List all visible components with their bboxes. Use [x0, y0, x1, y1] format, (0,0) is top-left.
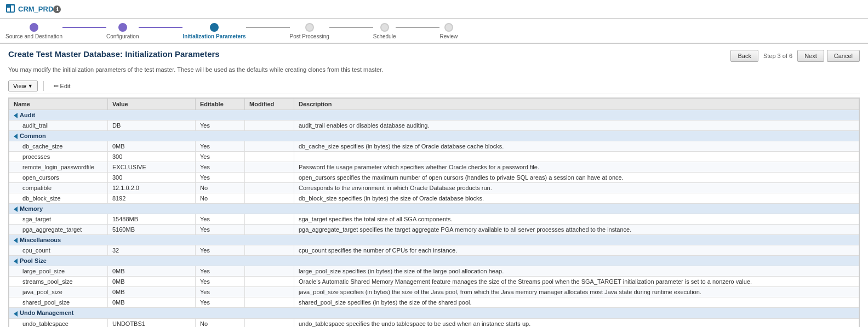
wizard-step-config[interactable]: Configuration [106, 23, 139, 39]
table-group-row: Undo Management [9, 308, 859, 318]
param-editable: Yes [196, 266, 245, 277]
table-group-row: Common [9, 131, 859, 141]
expand-icon [14, 134, 18, 139]
svg-rect-1 [7, 8, 10, 12]
param-description [294, 152, 859, 162]
table-group-row: Pool Size [9, 256, 859, 266]
param-description: Password file usage parameter which spec… [294, 162, 859, 173]
table-row[interactable]: pga_aggregate_target 5160MB Yes pga_aggr… [9, 225, 859, 235]
wizard-steps: Source and Destination Configuration Ini… [5, 23, 863, 39]
param-modified [245, 297, 294, 308]
params-table: Name Value Editable Modified Description… [9, 98, 859, 327]
wizard-step-init[interactable]: Initialization Parameters [182, 23, 245, 39]
table-row[interactable]: open_cursors 300 Yes open_cursors specif… [9, 173, 859, 183]
table-row[interactable]: db_block_size 8192 No db_block_size spec… [9, 193, 859, 204]
param-description: shared_pool_size specifies (in bytes) th… [294, 297, 859, 308]
param-name: streams_pool_size [9, 277, 108, 287]
step-label-5: Schedule [373, 33, 396, 39]
param-name: open_cursors [9, 173, 108, 183]
param-name: large_pool_size [9, 266, 108, 277]
param-value: 15488MB [108, 214, 196, 225]
expand-icon [14, 238, 18, 243]
edit-label: Edit [60, 83, 71, 89]
group-name: Memory [9, 204, 859, 214]
back-button[interactable]: Back [730, 50, 758, 62]
table-row[interactable]: java_pool_size 0MB Yes java_pool_size sp… [9, 287, 859, 297]
info-icon[interactable]: ℹ [53, 5, 61, 13]
param-name: cpu_count [9, 245, 108, 256]
table-row[interactable]: remote_login_passwordfile EXCLUSIVE Yes … [9, 162, 859, 173]
param-name: compatible [9, 183, 108, 193]
param-value: 300 [108, 152, 196, 162]
table-group-row: Audit [9, 110, 859, 121]
connector-3 [246, 27, 290, 28]
param-value: 0MB [108, 287, 196, 297]
expand-icon [14, 311, 18, 317]
wizard-step-review[interactable]: Review [439, 23, 458, 39]
pencil-icon: ✏ [54, 83, 59, 90]
table-group-row: Memory [9, 204, 859, 214]
header-row: Create Test Master Database: Initializat… [8, 49, 860, 62]
view-label: View [13, 83, 26, 89]
param-description: large_pool_size specifies (in bytes) the… [294, 266, 859, 277]
param-value: 8192 [108, 193, 196, 204]
param-editable: No [196, 193, 245, 204]
page-title: Create Test Master Database: Initializat… [8, 49, 220, 59]
param-modified [245, 266, 294, 277]
cancel-button[interactable]: Cancel [827, 50, 860, 62]
param-modified [245, 318, 294, 327]
main-content: Create Test Master Database: Initializat… [0, 44, 868, 327]
step-indicator: Step 3 of 6 [761, 53, 795, 59]
params-table-container: Name Value Editable Modified Description… [8, 97, 860, 327]
table-row[interactable]: db_cache_size 0MB Yes db_cache_size spec… [9, 141, 859, 152]
param-value: DB [108, 121, 196, 131]
step-label-2: Configuration [106, 33, 139, 39]
param-value: 32 [108, 245, 196, 256]
wizard-step-source[interactable]: Source and Destination [5, 23, 62, 39]
table-row[interactable]: streams_pool_size 0MB Yes Oracle's Autom… [9, 277, 859, 287]
param-editable: Yes [196, 225, 245, 235]
app-icon [5, 3, 15, 15]
col-modified: Modified [245, 99, 294, 110]
param-description: db_block_size specifies (in bytes) the s… [294, 193, 859, 204]
next-button[interactable]: Next [797, 50, 824, 62]
connector-2 [139, 27, 182, 28]
param-modified [245, 193, 294, 204]
param-value: 5160MB [108, 225, 196, 235]
wizard-step-post[interactable]: Post Processing [290, 23, 329, 39]
param-editable: Yes [196, 287, 245, 297]
edit-button[interactable]: ✏ Edit [49, 81, 75, 91]
step-label-1: Source and Destination [5, 33, 62, 39]
expand-icon [14, 206, 18, 212]
table-row[interactable]: large_pool_size 0MB Yes large_pool_size … [9, 266, 859, 277]
table-row[interactable]: sga_target 15488MB Yes sga_target specif… [9, 214, 859, 225]
table-header-row: Name Value Editable Modified Description [9, 99, 859, 110]
step-circle-2 [118, 23, 127, 32]
param-value: 0MB [108, 141, 196, 152]
param-value: EXCLUSIVE [108, 162, 196, 173]
table-row[interactable]: undo_tablespace UNDOTBS1 No undo_tablesp… [9, 318, 859, 327]
step-label-3: Initialization Parameters [182, 33, 245, 39]
param-value: 0MB [108, 297, 196, 308]
param-editable: Yes [196, 214, 245, 225]
param-name: sga_target [9, 214, 108, 225]
table-row[interactable]: compatible 12.1.0.2.0 No Corresponds to … [9, 183, 859, 193]
table-row[interactable]: cpu_count 32 Yes cpu_count specifies the… [9, 245, 859, 256]
param-value: 0MB [108, 266, 196, 277]
group-name: Miscellaneous [9, 235, 859, 245]
param-editable: Yes [196, 141, 245, 152]
wizard-bar: Source and Destination Configuration Ini… [0, 19, 868, 44]
param-modified [245, 121, 294, 131]
param-editable: No [196, 183, 245, 193]
wizard-step-schedule[interactable]: Schedule [373, 23, 396, 39]
table-row[interactable]: processes 300 Yes [9, 152, 859, 162]
param-modified [245, 287, 294, 297]
param-name: java_pool_size [9, 287, 108, 297]
table-group-row: Miscellaneous [9, 235, 859, 245]
table-row[interactable]: audit_trail DB Yes audit_trail enables o… [9, 121, 859, 131]
param-editable: Yes [196, 245, 245, 256]
param-name: db_block_size [9, 193, 108, 204]
table-row[interactable]: shared_pool_size 0MB Yes shared_pool_siz… [9, 297, 859, 308]
view-button[interactable]: View ▼ [8, 81, 38, 91]
param-modified [245, 162, 294, 173]
